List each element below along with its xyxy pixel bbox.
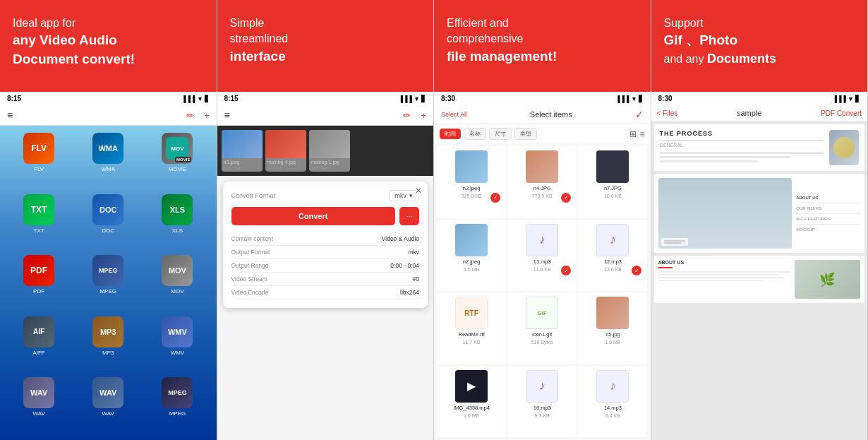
hamburger-icon[interactable]: ≡	[7, 109, 13, 121]
file-cell-n5jpg[interactable]: n5.jpg 1.6 MB	[578, 292, 647, 364]
filter-time[interactable]: 时间	[440, 129, 461, 139]
file-thumb-16mp3: ♪	[526, 370, 558, 403]
app-icon-xls[interactable]: XLS XLS	[145, 194, 209, 250]
file-name-12mp3: 12.mp3	[604, 258, 622, 265]
info-label-content: Contain content	[231, 235, 274, 242]
file-name-14mp3: 14.mp3	[604, 405, 622, 411]
file-check-n3jpeg[interactable]: ✓	[490, 193, 500, 203]
pdf-page-1: THE PROCESS GENERAL	[654, 124, 865, 171]
file-size-16mp3: 9.3 KB	[535, 413, 550, 418]
file-size-12mp3: 13.6 KB	[604, 267, 622, 272]
app-icon-mpeg[interactable]: MPEG MPEG	[76, 255, 140, 311]
app-icon-mpeg-label: MPEG	[100, 288, 116, 295]
convert-button[interactable]: Convert	[231, 207, 395, 225]
confirm-select-button[interactable]: ✓	[635, 109, 644, 120]
filter-size[interactable]: 尺寸	[489, 128, 512, 140]
status-time-4: 8:30	[658, 95, 673, 102]
app-icon-mpeg2[interactable]: MPEG MPEG	[145, 377, 209, 433]
file-thumb-icon1gif: GIF	[526, 297, 558, 329]
app-icon-doc-label: DOC	[102, 227, 114, 234]
app-icon-xls-label: XLS	[172, 227, 183, 234]
app-icon-movie[interactable]: MOV MOVIE MOVIE	[145, 133, 209, 189]
panel-3-header: Efficient and comprehensive file managem…	[434, 0, 651, 92]
back-button[interactable]: < Files	[657, 109, 678, 117]
status-time-3: 8:30	[441, 95, 455, 102]
select-all-button[interactable]: Select All	[441, 111, 467, 118]
convert-more-button[interactable]: ···	[399, 207, 419, 225]
pdf-mockup: MOCKUP	[796, 227, 860, 232]
file-name-n7jpg: n7.JPG	[604, 185, 622, 191]
edit-icon-2[interactable]: ✏	[403, 110, 411, 121]
app-icon-wmv-label: WMV	[171, 350, 185, 356]
file-thumb-3[interactable]: mainbg-1.jpg 111.1 KB	[309, 130, 350, 172]
status-bar-3: 8:30 ▐▐▐ ▾ ▋	[434, 92, 651, 105]
info-value-content: Video & Audio	[382, 235, 419, 242]
wifi-icon-2: ▾	[415, 95, 418, 102]
hamburger-icon-2[interactable]: ≡	[224, 109, 230, 121]
file-size-icon1gif: 516 Bytes	[531, 340, 553, 345]
filter-name[interactable]: 名称	[464, 128, 486, 140]
edit-icon[interactable]: ✏	[186, 110, 194, 121]
app-icon-flv[interactable]: FLV FLV	[7, 133, 71, 189]
status-right-3: ▐▐▐ ▾ ▋	[615, 95, 643, 102]
file-thumb-12mp3: ♪	[596, 224, 629, 256]
app-icon-aiff[interactable]: AIF AIFF	[7, 316, 71, 372]
plus-icon[interactable]: +	[204, 110, 210, 121]
panel-3-tagline: Efficient and comprehensive file managem…	[447, 16, 638, 66]
file-cell-13mp3[interactable]: ♪ 13.mp3 11.6 KB ✓	[507, 220, 577, 292]
file-name-n3jpeg: n3.jpeg	[463, 185, 481, 191]
app-icon-wav[interactable]: WAV WAV	[7, 377, 71, 433]
file-cell-readme[interactable]: RTF ReadMe.rtf 11.7 KB	[437, 292, 506, 364]
file-thumb-n2jpeg	[455, 224, 488, 256]
pdf-about-us-title: ABOUT US	[658, 260, 790, 265]
file-check-n4jpg[interactable]: ✓	[561, 193, 571, 203]
app-icon-mov[interactable]: MOV MOV	[145, 255, 209, 311]
file-list-bg: n3.jpeg 225.0 KB mainbg-4.jpg 28.4 KB ma…	[217, 126, 434, 176]
file-check-12mp3[interactable]: ✓	[632, 266, 641, 275]
file-cell-n3jpeg[interactable]: n3.jpeg 325.0 KB ✓	[437, 146, 506, 218]
panel-3: Efficient and comprehensive file managem…	[434, 0, 651, 440]
dialog-close-button[interactable]: ✕	[415, 186, 422, 196]
app-icon-aiff-img: AIF	[23, 316, 54, 347]
chevron-down-icon: ▾	[409, 192, 413, 199]
nav-bar-1[interactable]: ≡ ✏ +	[0, 105, 217, 126]
app-icon-wav2-img: WAV	[92, 377, 123, 408]
grid-view-button[interactable]: ⊞	[629, 129, 637, 139]
file-cell-16mp3[interactable]: ♪ 16.mp3 9.3 KB	[507, 366, 577, 438]
app-icon-wav2[interactable]: WAV WAV	[76, 377, 140, 433]
nav-bar-2[interactable]: ≡ ✏ +	[217, 105, 434, 126]
file-cell-14mp3[interactable]: ♪ 14.mp3 8.4 KB	[578, 366, 647, 438]
file-name-16mp3: 16.mp3	[534, 405, 551, 411]
file-cell-12mp3[interactable]: ♪ 12.mp3 13.6 KB ✓	[578, 220, 647, 292]
plus-icon-2[interactable]: +	[421, 110, 426, 121]
app-icon-doc[interactable]: DOC DOC	[76, 194, 140, 250]
app-icon-mov-label: MOV	[171, 288, 183, 295]
file-cell-n4jpg[interactable]: n4.JPG 778.9 KB ✓	[507, 146, 577, 218]
file-cell-n7jpg[interactable]: n7.JPG 10.6 KB	[578, 146, 647, 218]
file-size-n4jpg: 778.9 KB	[532, 194, 553, 198]
file-thumb-size-3: 111.1 KB	[309, 166, 350, 172]
file-name-n4jpg: n4.JPG	[534, 185, 551, 191]
status-bar-4: 8:30 ▐▐▐ ▾ ▋	[651, 92, 868, 105]
app-icon-wmv-img: WMV	[162, 316, 193, 347]
file-thumb-2[interactable]: mainbg-4.jpg 28.4 KB	[265, 130, 306, 172]
battery-icon-3: ▋	[639, 95, 644, 102]
battery-icon-2: ▋	[421, 95, 426, 102]
list-view-button[interactable]: ≡	[639, 129, 644, 139]
app-icon-wmv[interactable]: WMV WMV	[145, 316, 209, 372]
filter-type[interactable]: 类型	[514, 128, 537, 140]
file-cell-img4358[interactable]: ▶ IMG_4358.mp4 1.0 MB	[437, 366, 506, 438]
app-icon-mp3[interactable]: MP3 MP3	[76, 316, 140, 372]
app-icon-txt[interactable]: TXT TXT	[7, 194, 71, 250]
file-thumb-1[interactable]: n3.jpeg 225.0 KB	[222, 130, 263, 172]
pdf-convert-button[interactable]: PDF Convert	[821, 109, 862, 117]
file-thumb-n7jpg	[596, 150, 629, 183]
tagline-line1: Ideal app for	[13, 17, 76, 29]
app-icon-pdf[interactable]: PDF PDF	[7, 255, 71, 311]
phone-screen-2: 8:15 ▐▐▐ ▾ ▋ ≡ ✏ + n3.jpeg 225.0 KB main…	[217, 92, 434, 440]
file-cell-n2jpeg[interactable]: n2.jpeg 1.5 MB	[437, 220, 506, 292]
info-value-encode: libx264	[400, 289, 419, 296]
file-check-13mp3[interactable]: ✓	[561, 266, 571, 275]
file-cell-icon1gif[interactable]: GIF icon1.gif 516 Bytes	[507, 292, 577, 364]
app-icon-wma[interactable]: WMA WMA	[76, 133, 140, 189]
